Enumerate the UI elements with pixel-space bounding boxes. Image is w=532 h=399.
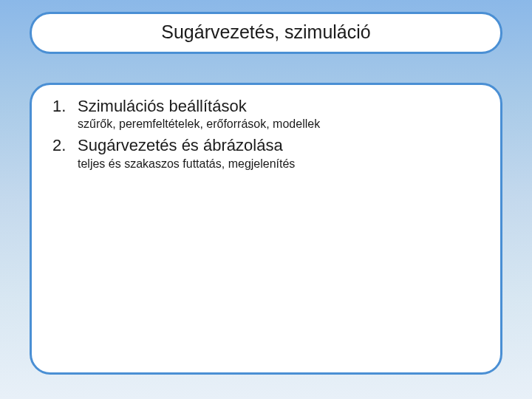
- list-item: Sugárvezetés és ábrázolása teljes és sza…: [52, 136, 482, 171]
- outline-list: Szimulációs beállítások szűrők, peremfel…: [52, 97, 482, 171]
- item-subtext: szűrők, peremfeltételek, erőforrások, mo…: [78, 117, 482, 132]
- item-subtext: teljes és szakaszos futtatás, megjelenít…: [78, 157, 482, 171]
- content-box: Szimulációs beállítások szűrők, peremfel…: [30, 83, 502, 375]
- item-heading: Szimulációs beállítások: [78, 97, 482, 116]
- item-heading: Sugárvezetés és ábrázolása: [78, 136, 482, 155]
- slide-title: Sugárvezetés, szimuláció: [47, 21, 485, 43]
- title-box: Sugárvezetés, szimuláció: [30, 12, 502, 54]
- list-item: Szimulációs beállítások szűrők, peremfel…: [52, 97, 482, 132]
